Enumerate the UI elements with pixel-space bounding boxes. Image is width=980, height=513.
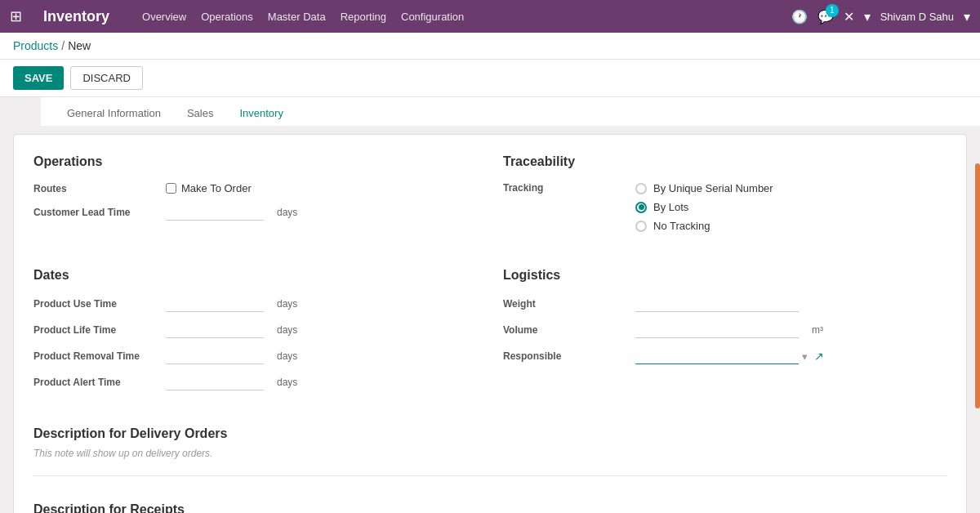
product-alert-time-row: Product Alert Time 0 days <box>33 374 477 390</box>
receipt-desc-section: Description for Receipts This note will … <box>33 502 947 513</box>
operations-title: Operations <box>33 154 477 169</box>
user-name[interactable]: Shivam D Sahu <box>880 11 954 23</box>
routes-row: Routes Make To Order <box>33 182 477 194</box>
app-title: Inventory <box>43 8 109 25</box>
desc-divider <box>33 475 947 476</box>
tracking-none-label: No Tracking <box>653 220 710 232</box>
bottom-form-grid: Dates Product Use Time 0 days Product Li… <box>33 268 947 400</box>
scroll-indicator[interactable] <box>975 163 980 408</box>
make-to-order-checkbox-row: Make To Order <box>166 182 252 194</box>
user-dropdown-icon[interactable]: ▾ <box>964 9 970 25</box>
save-button[interactable]: SAVE <box>13 66 64 90</box>
delivery-desc-note: This note will show up on delivery order… <box>33 448 947 459</box>
breadcrumb-current: New <box>68 39 91 52</box>
tracking-none-option[interactable]: No Tracking <box>635 220 773 232</box>
customer-lead-time-input[interactable]: 0.00 <box>166 204 264 221</box>
nav-operations[interactable]: Operations <box>201 11 253 23</box>
dates-title: Dates <box>33 268 477 283</box>
responsible-input[interactable]: Shivam D Sahu <box>635 348 799 364</box>
responsible-row: Responsible Shivam D Sahu ▾ ↗ <box>503 348 947 364</box>
tabs-bar: General Information Sales Inventory <box>41 97 980 126</box>
messages-icon[interactable]: 💬 1 <box>817 9 834 25</box>
app-grid-icon[interactable]: ⊞ <box>10 7 22 25</box>
product-alert-time-unit: days <box>277 377 297 388</box>
tracking-label: Tracking <box>503 182 626 194</box>
tracking-lots-label: By Lots <box>653 201 688 213</box>
close-icon[interactable]: ✕ <box>844 9 854 25</box>
nav-items: Overview Operations Master Data Reportin… <box>142 11 775 23</box>
breadcrumb-products-link[interactable]: Products <box>13 39 58 52</box>
product-life-time-label: Product Life Time <box>33 324 156 336</box>
customer-lead-time-row: Customer Lead Time 0.00 days <box>33 204 477 221</box>
delivery-desc-section: Description for Delivery Orders This not… <box>33 426 947 459</box>
nav-right: 🕐 💬 1 ✕ ▾ Shivam D Sahu ▾ <box>791 9 970 25</box>
tracking-row: Tracking By Unique Serial Number By Lots <box>503 182 947 232</box>
message-badge: 1 <box>826 4 839 17</box>
weight-row: Weight 0.00 <box>503 296 947 312</box>
product-life-time-input[interactable]: 0 <box>166 322 264 338</box>
customer-lead-time-label: Customer Lead Time <box>33 207 156 218</box>
receipt-desc-title: Description for Receipts <box>33 502 947 513</box>
breadcrumb: Products / New <box>0 33 980 60</box>
volume-input[interactable]: 0.00 <box>635 322 799 338</box>
dates-section: Dates Product Use Time 0 days Product Li… <box>33 268 477 400</box>
volume-label: Volume <box>503 324 626 336</box>
product-removal-time-row: Product Removal Time 0 days <box>33 348 477 364</box>
nav-configuration[interactable]: Configuration <box>401 11 464 23</box>
tab-inventory[interactable]: Inventory <box>226 100 296 127</box>
responsible-dropdown-icon[interactable]: ▾ <box>802 350 808 363</box>
product-life-time-unit: days <box>277 324 297 336</box>
tracking-radio-group: By Unique Serial Number By Lots No Track… <box>635 182 773 232</box>
product-use-time-input[interactable]: 0 <box>166 296 264 312</box>
form-card: Operations Routes Make To Order Customer… <box>13 134 967 513</box>
tracking-serial-option[interactable]: By Unique Serial Number <box>635 182 773 194</box>
tab-general-information[interactable]: General Information <box>54 100 174 127</box>
logistics-title: Logistics <box>503 268 947 283</box>
make-to-order-label: Make To Order <box>181 182 252 194</box>
breadcrumb-separator: / <box>61 39 65 52</box>
nav-overview[interactable]: Overview <box>142 11 186 23</box>
tracking-lots-radio[interactable] <box>635 202 647 213</box>
top-nav: ⊞ Inventory Overview Operations Master D… <box>0 0 980 33</box>
product-life-time-row: Product Life Time 0 days <box>33 322 477 338</box>
weight-label: Weight <box>503 298 626 310</box>
content-area: Operations Routes Make To Order Customer… <box>0 126 980 513</box>
routes-label: Routes <box>33 183 156 194</box>
customer-lead-time-unit: days <box>277 207 297 218</box>
volume-unit: m³ <box>812 324 823 336</box>
tracking-none-radio[interactable] <box>635 221 647 232</box>
operations-section: Operations Routes Make To Order Customer… <box>33 154 477 242</box>
product-alert-time-input[interactable]: 0 <box>166 374 264 390</box>
responsible-external-link-icon[interactable]: ↗ <box>814 350 824 363</box>
dropdown-arrow-icon[interactable]: ▾ <box>864 9 871 25</box>
product-use-time-unit: days <box>277 298 297 310</box>
product-removal-time-input[interactable]: 0 <box>166 348 264 364</box>
tracking-lots-option[interactable]: By Lots <box>635 201 773 213</box>
product-removal-time-unit: days <box>277 350 297 362</box>
responsible-label: Responsible <box>503 350 626 362</box>
responsible-input-row: Shivam D Sahu ▾ ↗ <box>635 348 824 364</box>
toolbar: SAVE DISCARD <box>0 60 980 97</box>
product-alert-time-label: Product Alert Time <box>33 377 156 388</box>
top-form-grid: Operations Routes Make To Order Customer… <box>33 154 947 242</box>
product-use-time-label: Product Use Time <box>33 298 156 310</box>
product-removal-time-label: Product Removal Time <box>33 350 156 362</box>
traceability-title: Traceability <box>503 154 947 169</box>
tracking-serial-radio[interactable] <box>635 183 647 194</box>
product-use-time-row: Product Use Time 0 days <box>33 296 477 312</box>
logistics-section: Logistics Weight 0.00 Volume 0.00 m³ Res… <box>503 268 947 400</box>
discard-button[interactable]: DISCARD <box>70 66 143 90</box>
nav-reporting[interactable]: Reporting <box>341 11 386 23</box>
traceability-section: Traceability Tracking By Unique Serial N… <box>503 154 947 242</box>
volume-row: Volume 0.00 m³ <box>503 322 947 338</box>
tracking-serial-label: By Unique Serial Number <box>653 182 773 194</box>
clock-icon[interactable]: 🕐 <box>791 9 808 25</box>
weight-input[interactable]: 0.00 <box>635 296 799 312</box>
make-to-order-checkbox[interactable] <box>166 183 176 194</box>
nav-masterdata[interactable]: Master Data <box>268 11 326 23</box>
tab-sales[interactable]: Sales <box>174 100 227 127</box>
delivery-desc-title: Description for Delivery Orders <box>33 426 947 441</box>
